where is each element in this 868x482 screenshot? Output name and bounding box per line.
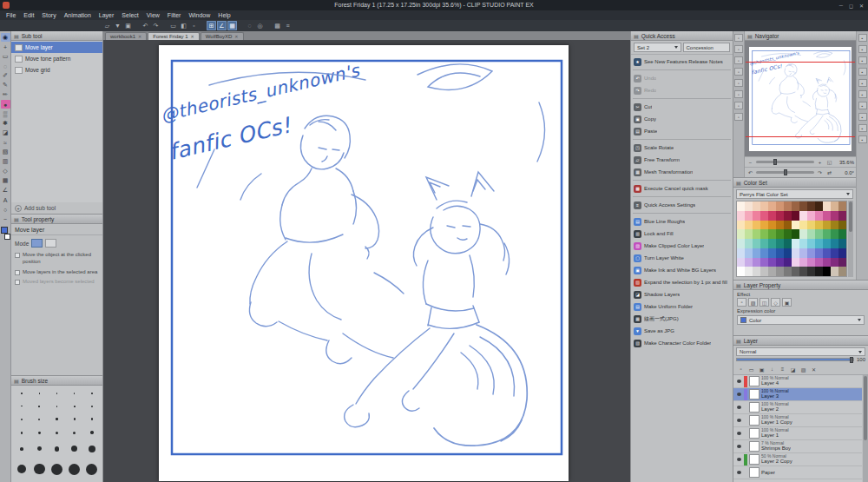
- color-swatch[interactable]: [799, 201, 807, 211]
- color-swatch[interactable]: [753, 239, 760, 248]
- brush-size-cell[interactable]: [66, 426, 83, 439]
- color-swatch[interactable]: [807, 211, 815, 221]
- operation-tool-icon[interactable]: ◉: [1, 33, 10, 42]
- layer-row[interactable]: Paper: [733, 466, 862, 479]
- color-set-dropdown[interactable]: Perrys Flat Color Set: [736, 189, 853, 199]
- selection-border-icon[interactable]: ▫: [189, 21, 199, 30]
- mode-button-move[interactable]: [31, 239, 43, 248]
- color-swatch[interactable]: [831, 258, 838, 267]
- eraser-tool-icon[interactable]: ◪: [1, 129, 10, 137]
- checkbox-icon[interactable]: [15, 253, 20, 258]
- color-swatch[interactable]: [838, 267, 846, 276]
- quick-access-item[interactable]: ▨ Expand the selection by 1 px and fill: [631, 276, 733, 288]
- checkbox-icon[interactable]: [15, 270, 20, 275]
- flip-horizontal-icon[interactable]: ⇄: [825, 168, 833, 176]
- zoom-in-icon[interactable]: +: [816, 158, 824, 166]
- tone-effect-icon[interactable]: ▨: [748, 298, 758, 307]
- color-set-scrollbar[interactable]: [848, 201, 853, 277]
- color-swatch[interactable]: [768, 248, 776, 258]
- layer-list-scrollbar[interactable]: [863, 375, 868, 482]
- quick-access-item[interactable]: ▤ Paste: [631, 125, 733, 137]
- brush-size-cell[interactable]: [13, 413, 30, 426]
- material-4-tab-icon[interactable]: ▪: [858, 135, 867, 143]
- color-swatch[interactable]: [831, 229, 838, 239]
- text-tool-icon[interactable]: A: [1, 195, 10, 204]
- color-slider-tab-icon[interactable]: ▪: [858, 45, 867, 53]
- color-swatch[interactable]: [737, 248, 745, 258]
- balloon-tool-icon[interactable]: ○: [1, 205, 10, 214]
- border-effect-icon[interactable]: ▫: [737, 298, 746, 307]
- blend-tool-icon[interactable]: ≈: [1, 138, 10, 147]
- color-swatch[interactable]: [838, 221, 846, 230]
- tool-property-option[interactable]: Move layers in the selected area: [11, 267, 102, 278]
- main-color-swatch[interactable]: [1, 227, 8, 234]
- color-swatch[interactable]: [753, 258, 760, 267]
- color-swatch[interactable]: [807, 229, 815, 239]
- color-swatch[interactable]: [838, 201, 846, 211]
- rotate-left-icon[interactable]: ↶: [746, 168, 754, 176]
- menu-item[interactable]: Filter: [164, 10, 185, 20]
- history-tab-icon[interactable]: ▫: [734, 68, 743, 76]
- sub-color-swatch[interactable]: [4, 234, 10, 240]
- color-swatch[interactable]: [792, 267, 799, 276]
- color-swatch[interactable]: [792, 239, 799, 248]
- color-swatch[interactable]: [815, 239, 823, 248]
- color-swatch[interactable]: [792, 258, 799, 267]
- color-swatch[interactable]: [799, 248, 807, 258]
- quick-access-item[interactable]: ▱ Free Transform: [631, 154, 733, 166]
- quick-access-item[interactable]: ◪ Shadow Layers: [631, 288, 733, 300]
- quick-access-item[interactable]: ▧ Make Character Color Folder: [631, 337, 733, 349]
- quick-access-item[interactable]: ▤ Make Uniform Folder: [631, 300, 733, 313]
- quick-access-item[interactable]: ▥ Lock and Fill: [631, 228, 733, 240]
- layer-row[interactable]: 100 % Normal Layer 1 Copy: [733, 414, 862, 427]
- layer-visibility-toggle[interactable]: [735, 432, 742, 435]
- brush-size-cell[interactable]: [30, 399, 48, 413]
- menu-item[interactable]: Select: [118, 10, 141, 20]
- document-tab[interactable]: Forest Friday 1 ✕: [148, 32, 200, 40]
- color-swatch[interactable]: [745, 258, 753, 267]
- quick-access-item[interactable]: ▧ Make Clipped Color Layer: [631, 240, 733, 252]
- close-button[interactable]: ✕: [859, 3, 864, 9]
- navigator-preview[interactable]: [745, 41, 856, 156]
- color-swatch[interactable]: [831, 239, 838, 248]
- quick-access-item[interactable]: ★ See New Features Release Notes: [631, 56, 733, 68]
- brush-size-cell[interactable]: [13, 439, 30, 458]
- color-swatch[interactable]: [768, 229, 776, 239]
- quick-access-set-dropdown[interactable]: Set 2: [634, 43, 681, 52]
- create-mask-icon[interactable]: ◪: [788, 365, 798, 373]
- color-swatch[interactable]: [799, 221, 807, 230]
- color-swatch[interactable]: [823, 201, 831, 211]
- reference-layer-effect-icon[interactable]: ▣: [782, 298, 792, 307]
- color-swatch[interactable]: [831, 221, 838, 230]
- color-swatch[interactable]: [815, 211, 823, 221]
- subtool-item[interactable]: Move tone pattern: [11, 53, 102, 64]
- move-layer-tool-icon[interactable]: +: [1, 43, 10, 51]
- new-folder-icon[interactable]: ▣: [757, 365, 766, 373]
- color-swatch[interactable]: [753, 248, 760, 258]
- color-swatch[interactable]: [760, 229, 768, 239]
- color-swatch[interactable]: [745, 211, 753, 221]
- invert-selection-icon[interactable]: ◧: [179, 21, 188, 30]
- quick-access-item[interactable]: ↷ Redo: [631, 84, 733, 96]
- color-swatch[interactable]: [745, 221, 753, 230]
- material-tab-icon[interactable]: ▫: [734, 90, 743, 98]
- color-swatch[interactable]: [838, 239, 846, 248]
- tab-close-icon[interactable]: ✕: [138, 34, 141, 39]
- color-swatch[interactable]: [784, 239, 792, 248]
- new-raster-layer-icon[interactable]: ▫: [736, 365, 746, 373]
- layer-visibility-toggle[interactable]: [735, 458, 742, 461]
- brush-size-cell[interactable]: [83, 387, 101, 399]
- color-swatch[interactable]: [784, 211, 792, 221]
- snap-to-ruler-icon[interactable]: ⊞: [207, 21, 216, 30]
- layer-row[interactable]: 7 % Normal Shrimps Boy: [733, 440, 862, 453]
- color-swatch[interactable]: [753, 201, 760, 211]
- canvas-viewport[interactable]: [103, 40, 630, 482]
- color-circle-tab-icon[interactable]: ▪: [858, 56, 867, 64]
- color-history-tab-icon[interactable]: ▪: [858, 90, 867, 98]
- quick-access-item[interactable]: ▣ Make Ink and White BG Layers: [631, 264, 733, 276]
- brush-size-cell[interactable]: [83, 399, 101, 413]
- color-swatch[interactable]: [784, 201, 792, 211]
- ruler-tool-icon[interactable]: ∠: [1, 186, 10, 195]
- figure-tool-icon[interactable]: ◇: [1, 167, 10, 175]
- quick-access-view-button[interactable]: Concession: [683, 43, 731, 52]
